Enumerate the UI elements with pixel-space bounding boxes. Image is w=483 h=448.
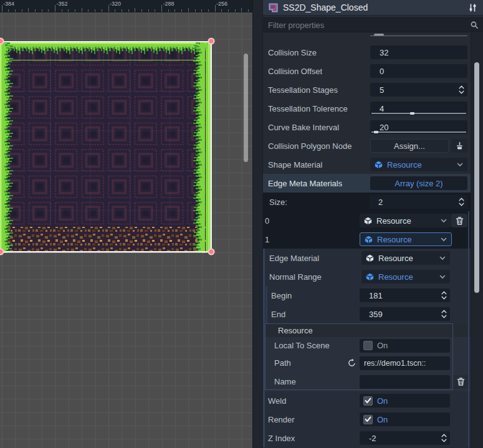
filter-properties-input[interactable] bbox=[263, 21, 470, 30]
spinner-tessellation-stages[interactable] bbox=[459, 85, 464, 95]
property-row-curve-bake-interval: Curve Bake Interval20 bbox=[263, 118, 483, 136]
resource-dropdown-element-1[interactable]: Resource bbox=[360, 232, 452, 246]
property-label-end: End bbox=[271, 305, 285, 323]
dropdown-chevron[interactable] bbox=[441, 219, 447, 223]
value-text: -2 bbox=[369, 434, 376, 443]
resource-dropdown-edge-material[interactable]: Resource bbox=[361, 251, 450, 265]
editor-window: -384-352-320-288-256 bbox=[0, 0, 483, 448]
checkbox-label: On bbox=[377, 415, 388, 424]
value-field-tessellation-tolerence[interactable]: 4 bbox=[370, 102, 467, 115]
value-text: 20 bbox=[380, 123, 388, 132]
inspector-scrollbar-thumb[interactable] bbox=[474, 62, 479, 293]
property-value-collision-size: 32 bbox=[370, 43, 467, 62]
value-text: 181 bbox=[369, 291, 383, 300]
ruler-tick bbox=[188, 8, 189, 12]
ruler-tick bbox=[15, 9, 16, 12]
property-label-render: Render bbox=[268, 410, 295, 429]
property-value-local-to-scene: On bbox=[360, 337, 450, 354]
spinner-icon bbox=[441, 310, 447, 319]
chevron-down-icon bbox=[441, 219, 447, 223]
ruler-tick bbox=[148, 9, 149, 12]
ruler-tick bbox=[122, 9, 122, 12]
resource-dropdown-element-0[interactable]: Resource bbox=[360, 214, 451, 227]
slider-track[interactable] bbox=[371, 113, 466, 114]
slider-grabber[interactable] bbox=[410, 112, 414, 115]
chevron-down-icon bbox=[441, 237, 447, 242]
spinner-array-size[interactable] bbox=[459, 198, 464, 207]
checkbox-local-to-scene[interactable] bbox=[363, 341, 373, 350]
value-text: 4 bbox=[380, 104, 384, 113]
ruler-tick bbox=[68, 9, 69, 12]
viewport-vertical-scrollbar[interactable] bbox=[244, 54, 248, 162]
ruler-tick bbox=[75, 9, 75, 12]
property-row-normal-range: Normal RangeResource bbox=[263, 267, 483, 286]
value-field-tessellation-stages[interactable]: 5 bbox=[370, 83, 467, 97]
value-field-z-index[interactable]: -2 bbox=[360, 431, 450, 445]
slider-grabber[interactable] bbox=[374, 131, 378, 133]
assign-button[interactable]: Assign... bbox=[370, 139, 449, 153]
spinner-begin[interactable] bbox=[441, 291, 447, 300]
checkbox-label: On bbox=[377, 341, 388, 350]
vertex-handle-bottom-right[interactable] bbox=[208, 249, 215, 255]
value-field-collision-offset[interactable]: 0 bbox=[370, 64, 467, 78]
dropdown-chevron[interactable] bbox=[439, 256, 446, 260]
ruler-tick bbox=[35, 9, 36, 12]
tune-icon[interactable] bbox=[467, 3, 478, 12]
path-text: res://demo1.tscn:: bbox=[364, 359, 426, 368]
checkbox-weld[interactable] bbox=[363, 396, 373, 406]
ruler-tick bbox=[2, 5, 2, 12]
property-label-normal-range: Normal Range bbox=[269, 267, 322, 286]
clear-node-button[interactable] bbox=[451, 139, 467, 153]
path-field[interactable]: res://demo1.tscn:: bbox=[360, 356, 450, 370]
ruler-tick bbox=[161, 5, 162, 12]
ruler-tick bbox=[168, 9, 169, 12]
property-label-collision-polygon-node: Collision Polygon Node bbox=[268, 136, 351, 155]
property-row-resource-section[interactable]: Resource bbox=[263, 323, 483, 337]
trash-icon bbox=[455, 216, 464, 226]
property-row-collision-size: Collision Size32 bbox=[263, 43, 483, 62]
checkmark-icon bbox=[365, 416, 371, 422]
inspector-scrollbar[interactable] bbox=[471, 33, 483, 448]
revert-icon-button[interactable] bbox=[347, 358, 356, 368]
spinner-end[interactable] bbox=[441, 310, 447, 319]
canvas-area[interactable] bbox=[0, 12, 252, 448]
value-field-array-size[interactable]: 2 bbox=[369, 195, 467, 209]
property-label-element-1: 1 bbox=[265, 230, 269, 249]
property-value-tessellation-stages: 5 bbox=[370, 80, 467, 99]
slider-track[interactable] bbox=[371, 131, 466, 133]
property-label-name: Name bbox=[274, 372, 296, 391]
vertex-handle-top-right[interactable] bbox=[208, 38, 215, 45]
vertex-handle-bottom-left[interactable] bbox=[0, 249, 4, 255]
checkbox-render[interactable] bbox=[363, 415, 373, 424]
value-field-begin[interactable]: 181 bbox=[360, 288, 450, 302]
property-row-collision-polygon-node: Collision Polygon NodeAssign... bbox=[263, 136, 483, 155]
shape-interior-tiles bbox=[1, 42, 211, 251]
inspector-title: SS2D_Shape_Closed bbox=[283, 2, 467, 12]
name-field[interactable] bbox=[360, 375, 450, 389]
value-field-end[interactable]: 359 bbox=[360, 307, 450, 321]
delete-element-button[interactable] bbox=[451, 214, 467, 227]
property-value-normal-range: Resource bbox=[361, 267, 450, 286]
canvas-viewport[interactable]: -384-352-320-288-256 bbox=[0, 0, 252, 448]
dropdown-chevron[interactable] bbox=[441, 237, 447, 242]
ss2d-shape[interactable] bbox=[0, 41, 212, 253]
resource-cube-icon bbox=[375, 161, 383, 169]
property-row-edge-meta-materials[interactable]: Edge Meta MaterialsArray (size 2) bbox=[263, 174, 483, 193]
dropdown-chevron[interactable] bbox=[457, 163, 463, 167]
panel-separator[interactable] bbox=[252, 0, 263, 448]
delete-element-button[interactable] bbox=[452, 375, 469, 389]
spinner-z-index[interactable] bbox=[441, 434, 447, 443]
value-field-collision-size[interactable]: 32 bbox=[370, 45, 467, 59]
value-field-curve-bake-interval[interactable]: 20 bbox=[370, 120, 467, 134]
ruler-tick bbox=[241, 8, 242, 12]
resource-dropdown-shape-material[interactable]: Resource bbox=[370, 158, 467, 171]
dropdown-chevron[interactable] bbox=[439, 275, 446, 279]
property-row-end: End359 bbox=[263, 305, 483, 323]
resource-dropdown-normal-range[interactable]: Resource bbox=[361, 270, 450, 284]
property-row-z-index: Z Index-2 bbox=[263, 429, 483, 447]
array-value-field[interactable]: Array (size 2) bbox=[370, 176, 467, 190]
property-value-element-0: Resource bbox=[360, 211, 467, 230]
property-value-end: 359 bbox=[360, 305, 450, 323]
property-label-path: Path bbox=[274, 354, 291, 372]
clear-brush-icon bbox=[455, 141, 464, 151]
